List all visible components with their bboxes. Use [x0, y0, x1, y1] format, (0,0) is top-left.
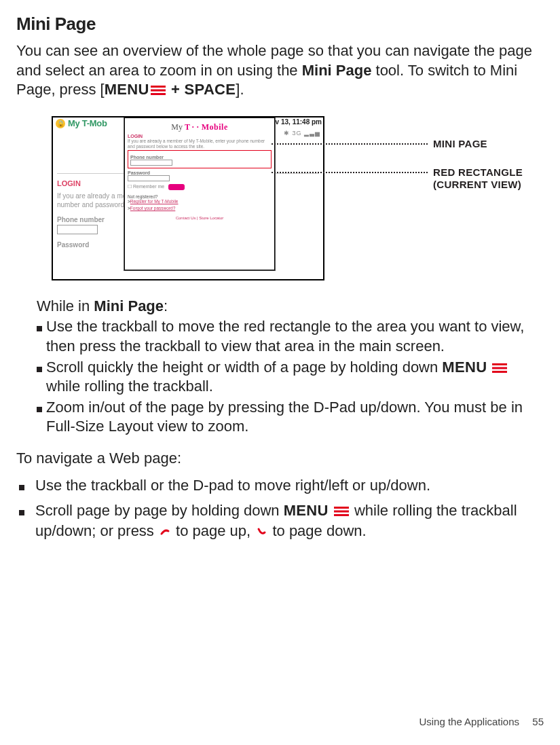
mp-forgot-link: Forgot your password? — [130, 206, 175, 211]
nav-item2: Scroll page by page by holding down MENU… — [35, 501, 544, 541]
phone-down-icon — [255, 523, 267, 535]
mini-page-overlay: My T · · Mobile LOGIN If you are already… — [124, 117, 275, 270]
list-item: Zoom in/out of the page by pressing the … — [37, 398, 544, 437]
menu-icon — [334, 506, 349, 517]
item2-menu: MENU — [442, 359, 487, 376]
item2-post: while rolling the trackball. — [46, 378, 213, 395]
mp-reg-link: Register for My T-Mobile — [130, 199, 179, 204]
list-item: Use the trackball to move the red rectan… — [37, 317, 544, 356]
mp-remember: ☐ Remember me — [128, 184, 272, 190]
mp-links: Not registered? >Register for My T-Mobil… — [128, 194, 272, 211]
svg-rect-5 — [492, 371, 507, 373]
red-rectangle: Phone number — [128, 150, 272, 168]
intro-tool: Mini Page — [302, 62, 372, 79]
mp-footer: Contact Us | Store Locator — [128, 216, 272, 220]
dotted-leader-1 — [272, 143, 428, 145]
nav2-pre: Scroll page by page by holding down — [35, 502, 284, 519]
nav2-menu: MENU — [284, 502, 329, 519]
mp-login: LOGIN — [128, 134, 272, 139]
lead-pre: While in — [37, 297, 94, 314]
item1-text: Use the trackball to move the red rectan… — [46, 317, 544, 356]
svg-rect-1 — [151, 90, 166, 92]
nav2-down: to page down. — [268, 522, 366, 539]
item2-text: Scroll quickly the height or width of a … — [46, 358, 544, 397]
intro-paragraph: You can see an overview of the whole pag… — [16, 41, 544, 100]
svg-rect-6 — [334, 507, 349, 509]
under-phone-input — [57, 225, 98, 234]
list-item: Scroll page by page by holding down MENU… — [16, 501, 544, 541]
mp-password-label: Password — [128, 170, 272, 175]
mp-logo-t: T — [185, 122, 192, 132]
svg-rect-7 — [334, 511, 349, 513]
svg-rect-2 — [151, 93, 166, 95]
bullet-icon — [37, 326, 42, 331]
nav-list: Use the trackball or the D-pad to move r… — [16, 475, 544, 541]
nav-heading: To navigate a Web page: — [16, 449, 544, 469]
svg-rect-4 — [492, 367, 507, 369]
item2-pre: Scroll quickly the height or width of a … — [46, 359, 442, 376]
bullet-icon — [37, 367, 42, 372]
mp-desc: If you are already a member of My T-Mobi… — [128, 139, 272, 149]
nav-item1: Use the trackball or the D-pad to move r… — [35, 475, 430, 496]
item3-text: Zoom in/out of the page by pressing the … — [46, 398, 544, 437]
mp-phone-label: Phone number — [130, 155, 269, 160]
svg-rect-8 — [334, 514, 349, 516]
bullet-icon — [37, 407, 42, 412]
intro-close: ]. — [236, 81, 244, 98]
figure-row: 🔒 My T-Mob USB Nov 13, 11:48 pm ✱ 3G ▂▃▅… — [52, 116, 544, 280]
page-number: 55 — [532, 716, 544, 727]
list-item: Use the trackball or the D-pad to move r… — [16, 475, 544, 496]
lead-post: : — [164, 297, 168, 314]
bullet-icon — [19, 485, 24, 490]
svg-rect-3 — [492, 363, 507, 365]
lock-icon: 🔒 — [56, 119, 65, 128]
dotted-leader-2 — [272, 172, 428, 173]
intro-menu: MENU — [105, 81, 149, 98]
minipage-lead: While in Mini Page: — [37, 297, 544, 316]
mp-password-input — [128, 175, 170, 181]
mp-notreg: Not registered? — [128, 194, 272, 199]
page-title: Mini Page — [16, 14, 544, 35]
phone-up-icon — [159, 523, 171, 535]
mp-logo-my: My — [171, 122, 185, 132]
mp-inner: LOGIN If you are already a member of My … — [128, 134, 272, 221]
bullet-icon — [19, 510, 24, 515]
device-screenshot: 🔒 My T-Mob USB Nov 13, 11:48 pm ✱ 3G ▂▃▅… — [52, 116, 324, 280]
mp-logo-mobile: · · Mobile — [192, 122, 228, 132]
menu-icon — [151, 85, 166, 96]
tab-title: My T-Mob — [68, 118, 107, 128]
mp-logo: My T · · Mobile — [125, 122, 274, 132]
mp-go-button — [168, 184, 185, 190]
callout-red2: (CURRENT VIEW) — [433, 179, 521, 190]
list-item: Scroll quickly the height or width of a … — [37, 358, 544, 397]
nav2-up: to page up, — [172, 522, 255, 539]
mp-phone-input — [130, 160, 172, 166]
callout-minipage: MINI PAGE — [433, 138, 487, 149]
svg-rect-0 — [151, 86, 166, 88]
mp-remember-label: Remember me — [133, 185, 164, 189]
callout-red1: RED RECTANGLE — [433, 166, 523, 178]
intro-space: + SPACE — [167, 81, 236, 98]
footer-section-title: Using the Applications — [419, 716, 519, 727]
lead-bold: Mini Page — [94, 297, 164, 314]
menu-icon — [492, 363, 507, 374]
minipage-section: While in Mini Page: Use the trackball to… — [37, 297, 544, 437]
